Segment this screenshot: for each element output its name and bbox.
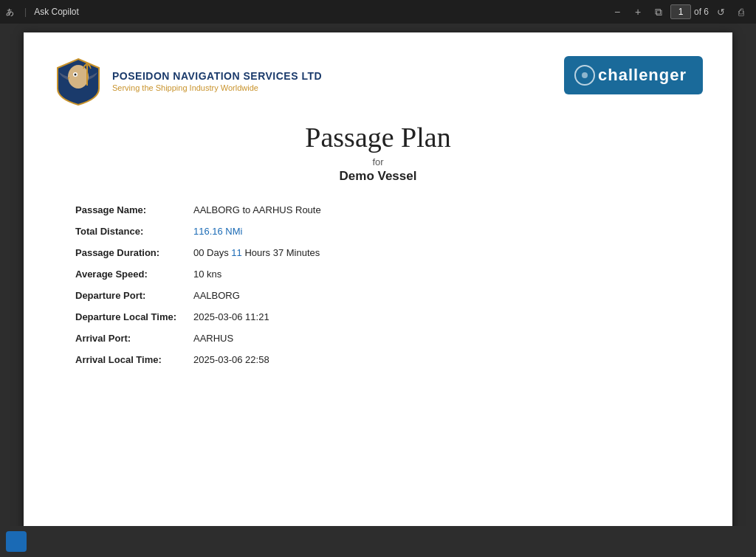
- table-row: Total Distance: 116.16 NMi: [75, 226, 703, 237]
- lang-indicator: あ: [6, 7, 14, 18]
- new-tab-button[interactable]: +: [629, 4, 647, 19]
- table-row: Arrival Local Time: 2025-03-06 22:58: [75, 354, 703, 365]
- title-bar-separator: |: [24, 7, 27, 17]
- label-total-distance: Total Distance:: [75, 226, 193, 237]
- value-departure-time: 2025-03-06 11:21: [193, 311, 269, 322]
- window-controls: − + ⧉ of 6 ↺ ⎙: [608, 4, 750, 19]
- company-info: POSEIDON NAVIGATION SERVICES LTD Serving…: [112, 70, 322, 92]
- svg-text:challenger: challenger: [598, 66, 687, 84]
- company-name: POSEIDON NAVIGATION SERVICES LTD: [112, 70, 322, 82]
- value-departure-port: AALBORG: [193, 290, 240, 301]
- page-number-input[interactable]: [670, 4, 691, 19]
- company-tagline: Serving the Shipping Industry Worldwide: [112, 83, 322, 92]
- title-bar: あ | Ask Copilot − + ⧉ of 6 ↺ ⎙: [0, 0, 756, 24]
- minimize-button[interactable]: −: [608, 4, 626, 19]
- title-section: Passage Plan for Demo Vessel: [53, 121, 703, 184]
- app-title: Ask Copilot: [34, 7, 79, 17]
- vessel-name: Demo Vessel: [53, 169, 703, 184]
- label-average-speed: Average Speed:: [75, 269, 193, 280]
- table-row: Arrival Port: AARHUS: [75, 333, 703, 344]
- svg-point-0: [68, 65, 89, 89]
- for-text: for: [53, 156, 703, 167]
- main-title: Passage Plan: [53, 121, 703, 153]
- value-total-distance: 116.16 NMi: [193, 226, 242, 237]
- value-arrival-port: AARHUS: [193, 333, 233, 344]
- value-arrival-time: 2025-03-06 22:58: [193, 354, 269, 365]
- table-row: Departure Port: AALBORG: [75, 290, 703, 301]
- label-arrival-time: Arrival Local Time:: [75, 354, 193, 365]
- table-row: Average Speed: 10 kns: [75, 269, 703, 280]
- company-logo: [53, 56, 103, 106]
- page-header: POSEIDON NAVIGATION SERVICES LTD Serving…: [53, 56, 703, 106]
- value-passage-name: AALBORG to AARHUS Route: [193, 204, 321, 215]
- challenger-logo: challenger: [564, 56, 703, 94]
- table-row: Passage Name: AALBORG to AARHUS Route: [75, 204, 703, 215]
- table-row: Departure Local Time: 2025-03-06 11:21: [75, 311, 703, 322]
- restore-button[interactable]: ⧉: [650, 4, 667, 19]
- label-passage-name: Passage Name:: [75, 204, 193, 215]
- action-button[interactable]: [6, 531, 27, 552]
- logo-section: POSEIDON NAVIGATION SERVICES LTD Serving…: [53, 56, 322, 106]
- value-passage-duration: 00 Days 11 Hours 37 Minutes: [193, 247, 320, 258]
- page-of-label: of 6: [694, 7, 709, 17]
- main-area: POSEIDON NAVIGATION SERVICES LTD Serving…: [0, 24, 756, 526]
- bottom-toolbar: [0, 526, 756, 557]
- label-departure-port: Departure Port:: [75, 290, 193, 301]
- history-button[interactable]: ↺: [712, 4, 729, 19]
- value-average-speed: 10 kns: [193, 269, 221, 280]
- challenger-brand-svg: challenger: [574, 62, 693, 89]
- svg-point-2: [75, 74, 77, 76]
- label-arrival-port: Arrival Port:: [75, 333, 193, 344]
- table-row: Passage Duration: 00 Days 11 Hours 37 Mi…: [75, 247, 703, 258]
- details-table: Passage Name: AALBORG to AARHUS Route To…: [75, 204, 703, 365]
- svg-point-5: [582, 72, 588, 78]
- label-departure-time: Departure Local Time:: [75, 311, 193, 322]
- pdf-page: POSEIDON NAVIGATION SERVICES LTD Serving…: [24, 32, 732, 526]
- label-passage-duration: Passage Duration:: [75, 247, 193, 258]
- export-button[interactable]: ⎙: [732, 4, 750, 19]
